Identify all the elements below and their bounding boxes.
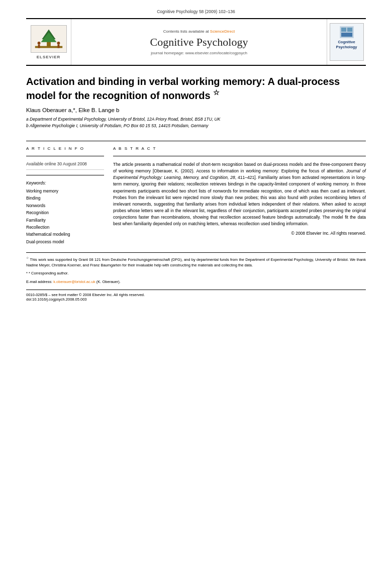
corresponding-note: * * Corresponding author.: [26, 270, 366, 276]
top-citation: Cognitive Psychology 58 (2009) 102–136: [26, 9, 366, 14]
citation-volume: 58: [199, 9, 204, 14]
cp-logo: CognitivePsychology: [327, 19, 366, 65]
abstract-divider: [113, 156, 366, 156]
page: Cognitive Psychology 58 (2009) 102–136: [0, 0, 392, 570]
svg-rect-10: [341, 28, 346, 32]
article-star: ☆: [213, 88, 220, 97]
abstract-heading: A B S T R A C T: [113, 146, 366, 151]
citation-year: 2009: [207, 9, 216, 14]
keywords-heading: Keywords:: [26, 180, 104, 185]
affiliation-a: a Department of Experimental Psychology,…: [26, 116, 366, 123]
article-info-heading: A R T I C L E I N F O: [26, 146, 104, 151]
svg-point-7: [57, 41, 60, 44]
journal-center-info: Contents lists available at ScienceDirec…: [71, 19, 327, 65]
journal-header: ELSEVIER Contents lists available at Sci…: [26, 18, 366, 66]
authors: Klaus Oberauer a,*, Elke B. Lange b: [26, 107, 366, 113]
email-person: (K. Oberauer).: [96, 279, 121, 284]
journal-homepage: journal homepage: www.elsevier.com/locat…: [151, 51, 247, 55]
journal-reference: Journal of Experimental Psychology: Lear…: [113, 168, 366, 180]
article-title-section: Activation and binding in verbal working…: [26, 75, 366, 135]
article-info-divider: [26, 156, 104, 156]
svg-rect-12: [341, 33, 352, 37]
cp-logo-text: CognitivePsychology: [336, 40, 357, 50]
cp-logo-icon: [340, 26, 354, 38]
homepage-url[interactable]: www.elsevier.com/locate/cogpsych: [185, 51, 247, 55]
article-title: Activation and binding in verbal working…: [26, 75, 366, 102]
keywords-divider-top: [26, 175, 104, 175]
article-info-column: A R T I C L E I N F O Available online 3…: [26, 146, 104, 246]
copyright: © 2008 Elsevier Inc. All rights reserved…: [113, 231, 366, 236]
citation-pages: 102–136: [219, 9, 235, 14]
email-link[interactable]: k.oberauer@bristol.ac.uk: [53, 279, 95, 284]
keywords-list: Working memory Binding Nonwords Recognit…: [26, 187, 104, 246]
keyword-6: Recollection: [26, 224, 104, 231]
svg-rect-8: [57, 44, 59, 48]
available-online: Available online 30 August 2008: [26, 161, 104, 170]
contents-label: Contents lists available at: [163, 29, 209, 34]
keyword-7: Mathematical modeling: [26, 231, 104, 238]
science-direct-line: Contents lists available at ScienceDirec…: [163, 29, 235, 34]
email-note: E-mail address: k.oberauer@bristol.ac.uk…: [26, 279, 366, 284]
citation-journal: Cognitive Psychology: [157, 9, 198, 14]
article-title-text: Activation and binding in verbal working…: [26, 76, 340, 101]
footer: ☆ This work was supported by Grant 08 12…: [26, 252, 366, 284]
corresponding-text: * Corresponding author.: [29, 271, 68, 275]
homepage-label: journal homepage:: [151, 51, 184, 55]
elsevier-graphic: [31, 25, 67, 53]
keyword-1: Working memory: [26, 187, 104, 195]
two-column-section: A R T I C L E I N F O Available online 3…: [26, 146, 366, 246]
science-direct-link[interactable]: ScienceDirect: [210, 29, 235, 34]
funding-note: ☆ This work was supported by Grant 08 12…: [26, 256, 366, 268]
keyword-8: Dual-process model: [26, 238, 104, 245]
journal-title-header: Cognitive Psychology: [150, 36, 248, 49]
keyword-3: Nonwords: [26, 202, 104, 209]
svg-rect-11: [347, 28, 352, 32]
affiliations: a Department of Experimental Psychology,…: [26, 116, 366, 130]
elsevier-logo: ELSEVIER: [26, 19, 71, 65]
bottom-bar: 0010-0285/$ – see front matter © 2008 El…: [26, 290, 366, 302]
affiliation-b: b Allgemeine Psychologie I, University o…: [26, 123, 366, 130]
keyword-2: Binding: [26, 195, 104, 202]
issn-line: 0010-0285/$ – see front matter © 2008 El…: [26, 293, 366, 297]
cp-logo-box: CognitivePsychology: [330, 23, 364, 61]
elsevier-label: ELSEVIER: [37, 55, 61, 59]
svg-point-5: [37, 41, 40, 44]
doi-line: doi:10.1016/j.cogpsych.2008.05.003: [26, 297, 366, 302]
funding-text: This work was supported by Grant 08 121 …: [26, 257, 366, 267]
keyword-5: Familiarity: [26, 217, 104, 224]
footer-star: ☆: [26, 256, 29, 259]
abstract-text: The article presents a mathematical mode…: [113, 161, 366, 228]
svg-rect-6: [38, 44, 40, 48]
abstract-column: A B S T R A C T The article presents a m…: [113, 146, 366, 246]
divider-after-affiliations: [26, 141, 366, 141]
keyword-4: Recognition: [26, 209, 104, 216]
email-label: E-mail address:: [26, 279, 52, 284]
